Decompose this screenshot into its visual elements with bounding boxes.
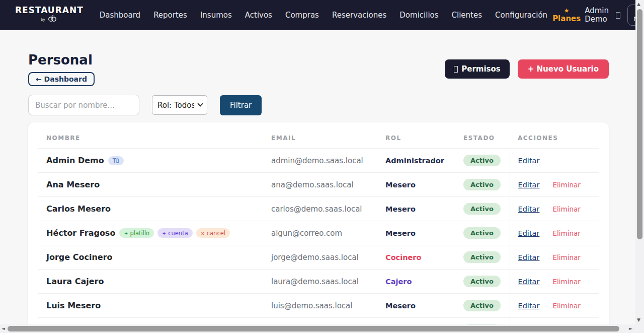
nav-item-reportes[interactable]: Reportes bbox=[153, 11, 187, 20]
user-name-cell: Carlos Mesero bbox=[46, 204, 111, 214]
new-user-button[interactable]: + Nuevo Usuario bbox=[518, 59, 609, 79]
user-role-cell: Administrador bbox=[385, 157, 444, 165]
scrollbar-corner bbox=[635, 324, 644, 333]
edit-link[interactable]: Editar bbox=[518, 278, 540, 286]
col-header-nombre: NOMBRE bbox=[38, 129, 263, 149]
scroll-right-icon[interactable]: ► bbox=[629, 326, 632, 331]
user-email-cell: luis@demo.saas.local bbox=[271, 301, 352, 310]
col-header-email: EMAIL bbox=[263, 129, 377, 149]
edit-link[interactable]: Editar bbox=[518, 229, 540, 237]
delete-link[interactable]: Eliminar bbox=[553, 302, 581, 310]
table-row: Carlos Mesero carlos@demo.saas.local Mes… bbox=[38, 197, 599, 221]
horizontal-scrollbar-thumb[interactable] bbox=[8, 326, 619, 331]
user-email-cell: algun@correo.com bbox=[271, 229, 342, 238]
col-header-rol: ROL bbox=[377, 129, 455, 149]
nav-item-dashboard[interactable]: Dashboard bbox=[100, 11, 140, 20]
sparkle-icon: ✦ bbox=[162, 231, 166, 236]
table-header-row: NOMBRE EMAIL ROL ESTADO ACCIONES bbox=[38, 129, 599, 149]
delete-link[interactable]: Eliminar bbox=[553, 181, 581, 189]
permission-tags: ✦ platillo✦ cuenta× cancel bbox=[119, 228, 230, 238]
scroll-down-icon[interactable]: ▼ bbox=[637, 317, 640, 322]
sparkle-icon: ✦ bbox=[124, 231, 128, 236]
page-header: Personal ← Dashboard Permisos + Nuevo Us… bbox=[28, 52, 609, 86]
brand-title: RESTAURANT bbox=[15, 6, 84, 15]
user-name-cell: Luis Mesero bbox=[46, 301, 101, 310]
user-table-body: Admin Demo Tú admin@demo.saas.local Admi… bbox=[38, 149, 599, 333]
tag-cuenta: ✦ cuenta bbox=[157, 228, 193, 238]
missing-glyph-icon bbox=[616, 12, 620, 19]
brand-byline: by bbox=[41, 18, 45, 22]
nav-item-planes[interactable]: ★ Planes bbox=[552, 8, 581, 23]
permisos-button[interactable]: Permisos bbox=[445, 59, 510, 79]
nav-item-activos[interactable]: Activos bbox=[245, 11, 272, 20]
user-role-cell: Mesero bbox=[385, 181, 416, 189]
filter-button[interactable]: Filtrar bbox=[220, 95, 262, 115]
user-name-cell: Jorge Cocinero bbox=[46, 252, 113, 262]
user-name-cell: Ana Mesero bbox=[46, 180, 100, 189]
nav-right: ★ Planes Admin Demo Notif. Salir bbox=[552, 5, 644, 26]
page-title: Personal bbox=[28, 52, 95, 68]
nav-item-clientes[interactable]: Clientes bbox=[452, 11, 482, 20]
nav-item-reservaciones[interactable]: Reservaciones bbox=[332, 11, 386, 20]
back-to-dashboard-button[interactable]: ← Dashboard bbox=[28, 72, 95, 86]
filter-row: Rol: Todos Filtrar bbox=[28, 95, 609, 115]
user-name-cell: Héctor Fragoso bbox=[46, 228, 115, 238]
nav-item-domicilios[interactable]: Domicilios bbox=[399, 11, 438, 20]
user-role-cell: Mesero bbox=[385, 302, 416, 310]
user-name-cell: Laura Cajero bbox=[46, 277, 104, 286]
col-header-estado: ESTADO bbox=[455, 129, 510, 149]
user-role-cell: Mesero bbox=[385, 229, 416, 237]
user-email-cell: admin@demo.saas.local bbox=[271, 156, 363, 165]
role-select[interactable]: Rol: Todos bbox=[152, 95, 207, 115]
edit-link[interactable]: Editar bbox=[518, 181, 540, 189]
vertical-scrollbar[interactable]: ▲ ▼ bbox=[635, 0, 644, 324]
users-table-card: NOMBRE EMAIL ROL ESTADO ACCIONES Admin D… bbox=[28, 122, 609, 333]
x-icon: × bbox=[201, 231, 205, 236]
user-role-cell: Cocinero bbox=[385, 253, 421, 261]
delete-link[interactable]: Eliminar bbox=[553, 229, 581, 237]
status-badge: Activo bbox=[463, 227, 501, 239]
horizontal-scrollbar[interactable]: ◄ ► bbox=[0, 324, 635, 333]
brand-logo[interactable]: RESTAURANT by bbox=[15, 6, 84, 25]
scroll-left-icon[interactable]: ◄ bbox=[2, 326, 5, 331]
table-row: Admin Demo Tú admin@demo.saas.local Admi… bbox=[38, 149, 599, 173]
star-icon: ★ bbox=[552, 8, 581, 14]
delete-link[interactable]: Eliminar bbox=[553, 253, 581, 261]
brand-logo-glyph bbox=[47, 15, 58, 25]
lock-glyph-icon bbox=[454, 66, 458, 73]
table-row: Héctor Fragoso ✦ platillo✦ cuenta× cance… bbox=[38, 221, 599, 245]
main-content: Personal ← Dashboard Permisos + Nuevo Us… bbox=[28, 30, 609, 333]
users-table: NOMBRE EMAIL ROL ESTADO ACCIONES Admin D… bbox=[38, 129, 599, 333]
delete-link[interactable]: Eliminar bbox=[553, 278, 581, 286]
status-badge: Activo bbox=[463, 251, 501, 263]
user-name-cell: Admin Demo bbox=[46, 156, 104, 165]
edit-link[interactable]: Editar bbox=[518, 253, 540, 261]
nav-links: Dashboard Reportes Insumos Activos Compr… bbox=[100, 11, 547, 20]
you-badge: Tú bbox=[108, 156, 124, 165]
nav-item-configuracion[interactable]: Configuración bbox=[495, 11, 547, 20]
user-email-cell: jorge@demo.saas.local bbox=[271, 253, 359, 262]
edit-link[interactable]: Editar bbox=[518, 157, 540, 165]
table-row: Laura Cajero laura@demo.saas.local Cajer… bbox=[38, 270, 599, 294]
table-row: Luis Mesero luis@demo.saas.local Mesero … bbox=[38, 294, 599, 318]
nav-item-compras[interactable]: Compras bbox=[285, 11, 319, 20]
edit-link[interactable]: Editar bbox=[518, 205, 540, 213]
status-badge: Activo bbox=[463, 155, 501, 166]
user-role-cell: Cajero bbox=[385, 278, 412, 286]
nav-item-insumos[interactable]: Insumos bbox=[200, 11, 232, 20]
status-badge: Activo bbox=[463, 300, 501, 311]
tag-cancel: × cancel bbox=[196, 228, 230, 238]
vertical-scrollbar-thumb[interactable] bbox=[637, 9, 642, 239]
edit-link[interactable]: Editar bbox=[518, 302, 540, 310]
col-header-acciones: ACCIONES bbox=[510, 129, 599, 149]
scroll-up-icon[interactable]: ▲ bbox=[637, 2, 640, 7]
status-badge: Activo bbox=[463, 276, 501, 287]
user-email-cell: laura@demo.saas.local bbox=[271, 277, 359, 286]
user-email-cell: carlos@demo.saas.local bbox=[271, 205, 362, 214]
delete-link[interactable]: Eliminar bbox=[553, 205, 581, 213]
table-row: Jorge Cocinero jorge@demo.saas.local Coc… bbox=[38, 245, 599, 270]
search-input[interactable] bbox=[28, 95, 139, 115]
tag-platillo: ✦ platillo bbox=[119, 228, 154, 238]
status-badge: Activo bbox=[463, 179, 501, 190]
planes-label: Planes bbox=[552, 14, 581, 23]
